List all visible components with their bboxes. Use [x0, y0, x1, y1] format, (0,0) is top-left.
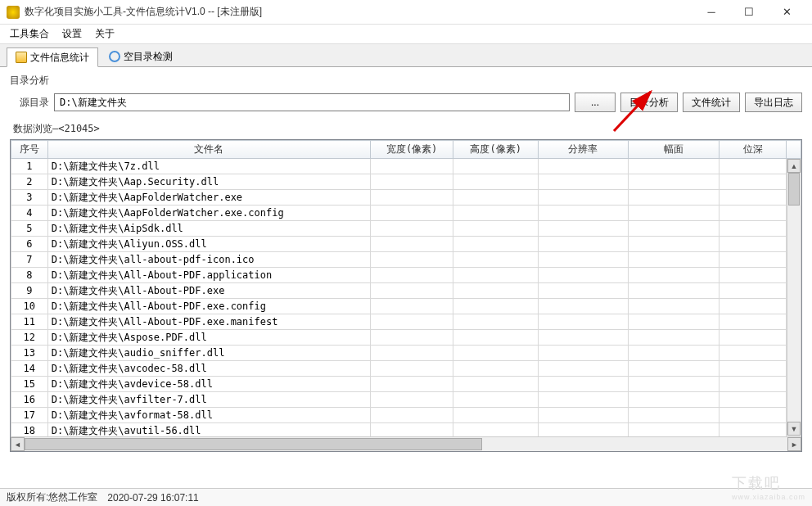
cell-filename: D:\新建文件夹\Aspose.PDF.dll [47, 330, 370, 346]
col-width[interactable]: 宽度(像素) [370, 141, 453, 159]
cell-width [370, 174, 453, 190]
cell-page [628, 392, 720, 408]
scroll-down-button[interactable]: ▼ [787, 422, 801, 436]
cell-page [628, 252, 720, 268]
cell-seq: 9 [11, 283, 48, 299]
cell-resolution [539, 190, 629, 206]
cell-width [370, 221, 453, 237]
scroll-thumb[interactable] [788, 173, 800, 206]
analyze-button[interactable]: 目录分析 [620, 93, 678, 112]
cell-height [453, 423, 539, 437]
cell-filename: D:\新建文件夹\AipSdk.dll [47, 221, 370, 237]
data-browser-label: 数据浏览—<21045> [13, 122, 802, 136]
cell-seq: 15 [11, 377, 48, 392]
table-row[interactable]: 12D:\新建文件夹\Aspose.PDF.dll [11, 330, 801, 346]
cell-depth [720, 237, 786, 252]
cell-page [628, 330, 720, 346]
col-height[interactable]: 高度(像素) [453, 141, 539, 159]
col-page[interactable]: 幅面 [628, 141, 720, 159]
export-log-button[interactable]: 导出日志 [745, 93, 802, 112]
table-row[interactable]: 8D:\新建文件夹\All-About-PDF.application [11, 268, 801, 283]
cell-depth [720, 361, 786, 377]
cell-resolution [539, 283, 629, 299]
col-seq[interactable]: 序号 [11, 141, 48, 159]
cell-depth [720, 283, 786, 299]
scroll-track[interactable] [25, 437, 787, 451]
minimize-button[interactable]: ─ [692, 0, 730, 25]
cell-seq: 11 [11, 314, 48, 330]
cell-width [370, 268, 453, 283]
cell-resolution [539, 299, 629, 314]
cell-depth [720, 377, 786, 392]
browse-button[interactable]: ... [575, 93, 616, 112]
col-resolution[interactable]: 分辨率 [539, 141, 629, 159]
tab-file-info-stats[interactable]: 文件信息统计 [7, 47, 98, 67]
source-dir-input[interactable] [54, 93, 570, 111]
scroll-up-button[interactable]: ▲ [787, 159, 801, 173]
scroll-right-button[interactable]: ► [787, 437, 801, 451]
cell-depth [720, 174, 786, 190]
cell-page [628, 237, 720, 252]
cell-width [370, 330, 453, 346]
table-row[interactable]: 15D:\新建文件夹\avdevice-58.dll [11, 377, 801, 392]
vertical-scrollbar[interactable]: ▲ ▼ [787, 159, 801, 436]
cell-resolution [539, 423, 629, 437]
tab-empty-dir-check[interactable]: 空目录检测 [100, 47, 182, 66]
cell-page [628, 159, 720, 174]
table-row[interactable]: 7D:\新建文件夹\all-about-pdf-icon.ico [11, 252, 801, 268]
cell-seq: 6 [11, 237, 48, 252]
cell-resolution [539, 237, 629, 252]
cell-resolution [539, 206, 629, 221]
cell-height [453, 361, 539, 377]
cell-filename: D:\新建文件夹\avutil-56.dll [47, 423, 370, 437]
table-row[interactable]: 18D:\新建文件夹\avutil-56.dll [11, 423, 801, 437]
cell-resolution [539, 221, 629, 237]
table-row[interactable]: 5D:\新建文件夹\AipSdk.dll [11, 221, 801, 237]
cell-page [628, 361, 720, 377]
table-row[interactable]: 13D:\新建文件夹\audio_sniffer.dll [11, 346, 801, 361]
source-dir-label: 源目录 [10, 96, 49, 110]
cell-width [370, 314, 453, 330]
scroll-thumb[interactable] [25, 438, 482, 450]
table-row[interactable]: 6D:\新建文件夹\Aliyun.OSS.dll [11, 237, 801, 252]
cell-resolution [539, 268, 629, 283]
cell-filename: D:\新建文件夹\all-about-pdf-icon.ico [47, 252, 370, 268]
cell-height [453, 252, 539, 268]
menu-tools[interactable]: 工具集合 [3, 25, 56, 43]
cell-page [628, 206, 720, 221]
tab-label: 文件信息统计 [30, 51, 89, 65]
table-row[interactable]: 14D:\新建文件夹\avcodec-58.dll [11, 361, 801, 377]
cell-filename: D:\新建文件夹\Aliyun.OSS.dll [47, 237, 370, 252]
menu-settings[interactable]: 设置 [56, 25, 88, 43]
cell-width [370, 346, 453, 361]
table-row[interactable]: 4D:\新建文件夹\AapFolderWatcher.exe.config [11, 206, 801, 221]
cell-height [453, 237, 539, 252]
cell-height [453, 299, 539, 314]
scroll-left-button[interactable]: ◄ [11, 437, 25, 451]
cell-seq: 14 [11, 361, 48, 377]
cell-height [453, 346, 539, 361]
table-row[interactable]: 1D:\新建文件夹\7z.dll [11, 159, 801, 174]
cell-seq: 12 [11, 330, 48, 346]
col-depth[interactable]: 位深 [720, 141, 786, 159]
table-header-row: 序号 文件名 宽度(像素) 高度(像素) 分辨率 幅面 位深 [11, 141, 801, 159]
table-row[interactable]: 3D:\新建文件夹\AapFolderWatcher.exe [11, 190, 801, 206]
cell-width [370, 377, 453, 392]
maximize-button[interactable]: ☐ [730, 0, 768, 25]
menu-about[interactable]: 关于 [88, 25, 121, 43]
close-button[interactable]: ✕ [768, 0, 805, 25]
cell-resolution [539, 392, 629, 408]
cell-seq: 10 [11, 299, 48, 314]
table-row[interactable]: 11D:\新建文件夹\All-About-PDF.exe.manifest [11, 314, 801, 330]
table-row[interactable]: 10D:\新建文件夹\All-About-PDF.exe.config [11, 299, 801, 314]
file-stats-button[interactable]: 文件统计 [683, 93, 740, 112]
horizontal-scrollbar[interactable]: ◄ ► [11, 436, 801, 451]
col-filename[interactable]: 文件名 [47, 141, 370, 159]
cell-height [453, 408, 539, 423]
scroll-track[interactable] [787, 173, 801, 422]
table-row[interactable]: 16D:\新建文件夹\avfilter-7.dll [11, 392, 801, 408]
cell-width [370, 392, 453, 408]
table-row[interactable]: 9D:\新建文件夹\All-About-PDF.exe [11, 283, 801, 299]
table-row[interactable]: 17D:\新建文件夹\avformat-58.dll [11, 408, 801, 423]
table-row[interactable]: 2D:\新建文件夹\Aap.Security.dll [11, 174, 801, 190]
